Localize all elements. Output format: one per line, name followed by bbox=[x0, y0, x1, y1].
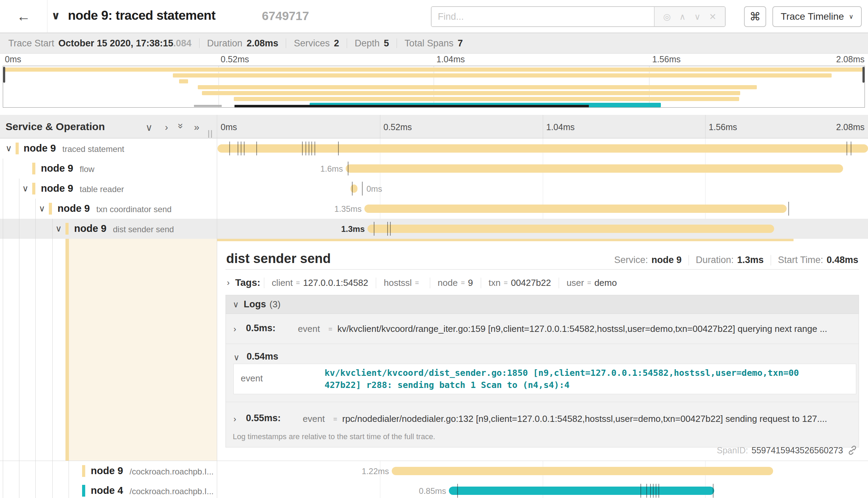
divider bbox=[225, 269, 859, 270]
service-name[interactable]: node 9 bbox=[24, 143, 56, 154]
service-label: Service: bbox=[614, 255, 648, 265]
operation-name[interactable]: flow bbox=[80, 164, 95, 174]
operation-name[interactable]: table reader bbox=[80, 184, 124, 194]
clear-search-icon[interactable]: ✕ bbox=[709, 12, 716, 22]
chevron-down-icon[interactable]: ∨ bbox=[55, 224, 62, 234]
indent-guide bbox=[19, 179, 19, 498]
equals-sign: = bbox=[328, 325, 333, 333]
service-name[interactable]: node 9 bbox=[74, 223, 106, 234]
span-bar[interactable] bbox=[367, 225, 774, 233]
service-name[interactable]: node 9 bbox=[41, 163, 73, 174]
ruler-tick-1: 0.52ms bbox=[383, 122, 412, 132]
minimap-span-bar bbox=[198, 85, 757, 89]
find-input[interactable] bbox=[432, 7, 654, 26]
span-bar[interactable] bbox=[364, 205, 787, 213]
span-row-node4-batch[interactable]: node 4 /cockroach.roachpb.I... 0.85ms bbox=[0, 481, 868, 498]
service-name[interactable]: node 9 bbox=[57, 203, 90, 214]
log-time[interactable]: 0.55ms: bbox=[246, 413, 281, 424]
view-select-button[interactable]: Trace Timeline ∨ bbox=[772, 6, 862, 27]
tag-key: user bbox=[567, 278, 584, 288]
equals-sign: = bbox=[333, 415, 337, 423]
minimap-tick-1: 0.52ms bbox=[221, 54, 249, 64]
tag-value: 9 bbox=[468, 278, 473, 288]
prev-match-icon[interactable]: ∧ bbox=[679, 12, 685, 22]
logs-label: Logs bbox=[244, 299, 266, 310]
minimap-left-scrubber[interactable] bbox=[3, 67, 5, 83]
span-bar[interactable] bbox=[346, 164, 843, 173]
chevron-down-icon[interactable]: ∨ bbox=[39, 203, 45, 214]
log-time[interactable]: 0.5ms: bbox=[246, 323, 276, 334]
log-value: rpc/nodedialer/nodedialer.go:132 [n9,cli… bbox=[342, 414, 851, 424]
find-controls: ◎ ∧ ∨ ✕ bbox=[654, 7, 725, 26]
chevron-right-icon[interactable]: › bbox=[233, 324, 236, 334]
span-row-traced-statement[interactable]: ∨ node 9 traced statement bbox=[0, 138, 868, 159]
collapse-all-icon[interactable]: » bbox=[175, 123, 186, 129]
span-color-bar bbox=[32, 163, 35, 174]
minimap-canvas[interactable] bbox=[3, 66, 865, 108]
span-bar[interactable] bbox=[392, 467, 773, 475]
chevron-right-icon[interactable]: › bbox=[227, 278, 230, 288]
minimap-scroll-track[interactable] bbox=[194, 105, 222, 107]
timeline-header: Service & Operation ∨ › » » 0ms 0.52ms 1… bbox=[0, 115, 868, 138]
span-row-table-reader[interactable]: ∨ node 9 table reader 0ms bbox=[0, 179, 868, 199]
operation-name[interactable]: txn coordinator send bbox=[96, 205, 171, 214]
chevron-down-icon[interactable]: ∨ bbox=[233, 353, 240, 362]
logs-header[interactable]: ∨ Logs (3) bbox=[226, 295, 859, 314]
chevron-down-icon[interactable]: ∨ bbox=[6, 143, 12, 153]
tags-row[interactable]: › Tags: client = 127.0.0.1:54582 hostssl… bbox=[227, 275, 625, 291]
operation-name[interactable]: /cockroach.roachpb.I... bbox=[130, 467, 214, 477]
tag-item: user = demo bbox=[559, 278, 625, 288]
span-row-node9-batch[interactable]: node 9 /cockroach.roachpb.I... 1.22ms bbox=[0, 461, 868, 481]
span-bar[interactable] bbox=[449, 487, 714, 495]
operation-name[interactable]: dist sender send bbox=[113, 225, 174, 234]
minimap-tick-2: 1.04ms bbox=[436, 54, 465, 64]
span-row-flow[interactable]: node 9 flow 1.6ms bbox=[0, 159, 868, 179]
expand-all-icon[interactable]: » bbox=[194, 122, 200, 133]
next-match-icon[interactable]: ∨ bbox=[694, 12, 700, 22]
detail-span-accent-strip bbox=[217, 239, 794, 241]
minimap-span-bar bbox=[173, 73, 832, 78]
operation-name[interactable]: traced statement bbox=[62, 144, 124, 154]
operation-name[interactable]: /cockroach.roachpb.I... bbox=[130, 487, 214, 496]
divider bbox=[771, 255, 771, 265]
detail-left-highlight bbox=[69, 239, 217, 461]
panel-resize-grip[interactable] bbox=[208, 130, 212, 138]
span-color-bar bbox=[82, 485, 85, 497]
title-collapse-icon[interactable]: ∨ bbox=[51, 9, 60, 22]
log-time[interactable]: 0.54ms bbox=[247, 351, 278, 362]
keyboard-shortcuts-button[interactable]: ⌘ bbox=[744, 6, 766, 27]
service-name[interactable]: node 9 bbox=[91, 465, 123, 477]
panel-divider[interactable] bbox=[217, 115, 217, 498]
service-name[interactable]: node 4 bbox=[91, 485, 123, 496]
services-label: Services bbox=[294, 38, 330, 49]
ruler-gridline bbox=[705, 115, 706, 138]
chevron-down-icon[interactable]: ∨ bbox=[22, 183, 28, 193]
span-row-txn-coordinator-send[interactable]: ∨ node 9 txn coordinator send 1.35ms bbox=[0, 199, 868, 219]
link-icon[interactable] bbox=[847, 445, 858, 455]
tag-item: hostssl = bbox=[376, 278, 430, 288]
page-title: node 9: traced statement bbox=[68, 8, 215, 23]
span-color-bar bbox=[32, 183, 35, 194]
ruler-gridline bbox=[543, 115, 543, 138]
ruler-tick-2: 1.04ms bbox=[546, 122, 575, 132]
span-bar[interactable] bbox=[351, 184, 357, 193]
logs-body: › 0.5ms: event = kv/kvclient/kvcoord/ran… bbox=[226, 314, 859, 447]
tag-value: 00427b22 bbox=[511, 278, 551, 288]
locate-icon[interactable]: ◎ bbox=[663, 12, 671, 22]
service-name[interactable]: node 9 bbox=[41, 183, 73, 194]
logs-section: ∨ Logs (3) › 0.5ms: event = kv/kvclient/… bbox=[225, 295, 859, 447]
back-button[interactable]: ← bbox=[0, 0, 47, 33]
chevron-right-icon[interactable]: › bbox=[233, 414, 236, 424]
span-row-dist-sender-send[interactable]: ∨ node 9 dist sender send 1.3ms bbox=[0, 219, 868, 239]
start-time-label: Start Time: bbox=[778, 255, 823, 265]
expand-one-icon[interactable]: › bbox=[165, 122, 168, 133]
chevron-down-icon[interactable]: ∨ bbox=[233, 300, 239, 309]
trace-id: 6749717 bbox=[262, 9, 309, 23]
minimap-span-bar bbox=[179, 79, 188, 83]
minimap-tick-3: 1.56ms bbox=[652, 54, 681, 64]
collapse-one-icon[interactable]: ∨ bbox=[145, 122, 153, 133]
back-arrow-icon: ← bbox=[17, 9, 30, 24]
minimap-viewport-bar[interactable] bbox=[234, 105, 589, 107]
detail-span-title: dist sender send bbox=[226, 251, 331, 266]
minimap-right-scrubber[interactable] bbox=[862, 67, 865, 83]
